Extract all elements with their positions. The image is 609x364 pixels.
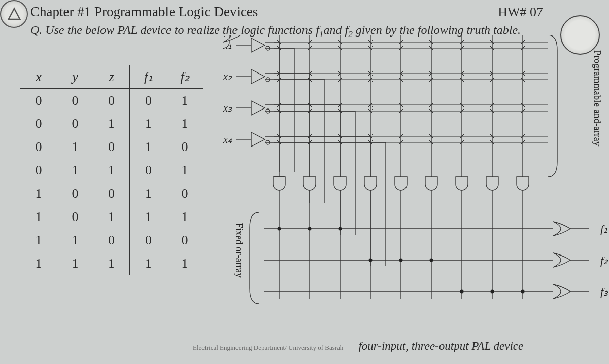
output-f1-label: f₁ — [600, 223, 608, 236]
svg-point-52 — [399, 259, 403, 262]
pal-schematic-svg — [223, 35, 599, 309]
svg-point-54 — [460, 290, 464, 294]
table-row: 00111 — [20, 112, 203, 135]
pal-diagram: x₁ x₂ x₃ x₄ f₁ f₂ f₃ Fixed or-array Prog… — [223, 35, 599, 319]
caption-row: Electrical Engineering Department/ Unive… — [193, 340, 599, 353]
output-f2-label: f₂ — [600, 254, 608, 267]
col-f1: f₁ — [130, 65, 166, 89]
table-row: 00001 — [20, 89, 203, 112]
col-y: y — [57, 65, 93, 89]
output-f3-label: f₃ — [600, 285, 608, 299]
col-x: x — [20, 65, 57, 89]
svg-point-53 — [430, 259, 433, 262]
department-text: Electrical Engineering Department/ Unive… — [193, 344, 343, 352]
table-row: 01010 — [20, 135, 203, 159]
svg-point-48 — [278, 227, 281, 231]
table-row: 11000 — [20, 229, 203, 252]
hw-number: HW# 07 — [498, 5, 543, 20]
col-f2: f₂ — [166, 65, 203, 89]
svg-point-56 — [521, 290, 525, 294]
col-z: z — [93, 65, 130, 89]
table-row: 11111 — [20, 252, 203, 275]
svg-point-51 — [369, 259, 373, 262]
table-header-row: x y z f₁ f₂ — [20, 65, 203, 89]
svg-point-50 — [339, 227, 342, 231]
truth-table: x y z f₁ f₂ 00001 00111 01010 01101 1001… — [20, 65, 203, 275]
triangle-icon — [7, 7, 22, 22]
table-row: 01101 — [20, 159, 203, 182]
svg-point-55 — [491, 290, 494, 294]
table-row: 10010 — [20, 182, 203, 205]
chapter-title: Chapter #1 Programmable Logic Devices — [30, 4, 258, 20]
question-prefix: Q. — [30, 23, 45, 37]
figure-caption: four-input, three-output PAL device — [358, 340, 523, 353]
table-body: 00001 00111 01010 01101 10010 10111 1100… — [20, 89, 203, 275]
left-logo — [0, 0, 28, 28]
table-row: 10111 — [20, 205, 203, 229]
svg-point-49 — [308, 227, 312, 231]
